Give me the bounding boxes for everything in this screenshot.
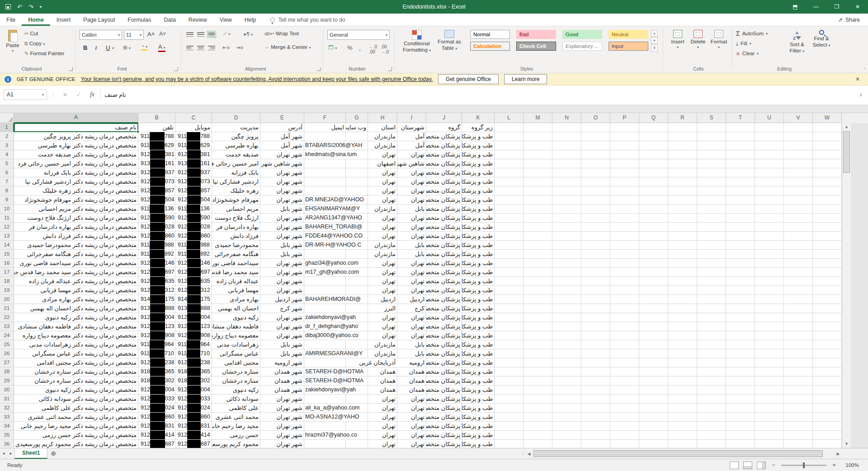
cell-P24[interactable] xyxy=(610,331,639,340)
cell-M22[interactable] xyxy=(524,313,552,322)
cell-S14[interactable] xyxy=(697,241,726,250)
cell-F8[interactable] xyxy=(304,186,346,195)
percent-style-icon[interactable]: % xyxy=(347,44,353,51)
cell-R35[interactable] xyxy=(668,431,697,440)
cell-F14[interactable]: DR-MR-H@YAHOO.C xyxy=(304,241,346,250)
cell-P27[interactable] xyxy=(610,358,639,367)
cell-B35[interactable]: 912414 xyxy=(138,431,175,440)
cell-Q25[interactable] xyxy=(639,340,668,349)
cell-M25[interactable] xyxy=(524,340,552,349)
cell-Q16[interactable] xyxy=(639,259,668,268)
cell-H15[interactable]: مازندران xyxy=(368,250,397,259)
cell-K28[interactable]: طب و پزشکان xyxy=(462,367,495,376)
cell-H2[interactable]: مازندران xyxy=(368,132,397,141)
cell-N17[interactable] xyxy=(552,268,581,277)
cell-I16[interactable]: تهران xyxy=(397,259,426,268)
cell-W21[interactable] xyxy=(813,304,842,313)
cell-R32[interactable] xyxy=(668,404,697,413)
cell-S15[interactable] xyxy=(697,250,726,259)
cell-Q4[interactable] xyxy=(639,150,668,159)
cell-P12[interactable] xyxy=(610,223,639,232)
cell-R25[interactable] xyxy=(668,340,697,349)
row-header-7[interactable]: 7 xyxy=(0,177,14,186)
column-header-J[interactable]: J xyxy=(426,113,462,123)
cell-E31[interactable]: شهر تهران xyxy=(260,395,304,404)
cell-E20[interactable]: شهر اردبیل xyxy=(260,295,304,304)
cell-C26[interactable]: 911710 xyxy=(175,349,212,358)
cell-U11[interactable] xyxy=(755,214,784,223)
cell-U33[interactable] xyxy=(755,413,784,422)
cell-B20[interactable]: 914175 xyxy=(138,295,175,304)
cell-P28[interactable] xyxy=(610,367,639,376)
cell-N19[interactable] xyxy=(552,286,581,295)
cell-E18[interactable]: شهر تهران xyxy=(260,277,304,286)
cell-K21[interactable]: طب و پزشکان xyxy=(462,304,495,313)
underline-button[interactable]: U xyxy=(103,43,113,52)
cell-P23[interactable] xyxy=(610,322,639,331)
scroll-right-icon[interactable]: ▶ xyxy=(835,452,842,456)
cell-H31[interactable]: تهران xyxy=(368,395,397,404)
cell-M36[interactable] xyxy=(524,440,552,448)
cell-H30[interactable]: همدان xyxy=(368,385,397,395)
cell-J26[interactable]: پزشکان متخصص بابل xyxy=(426,349,462,358)
cell-U32[interactable] xyxy=(755,404,784,413)
cell-C8[interactable]: 912857 xyxy=(175,186,212,195)
cell-F5[interactable] xyxy=(304,159,346,168)
cell-C3[interactable]: 911629 xyxy=(175,141,212,150)
cell-W9[interactable] xyxy=(813,195,842,205)
sheet-nav-left-icon[interactable]: ◂ xyxy=(0,448,7,459)
cell-W3[interactable] xyxy=(813,141,842,150)
cell-V19[interactable] xyxy=(784,286,813,295)
cell-T33[interactable] xyxy=(726,413,755,422)
cell-M27[interactable] xyxy=(524,358,552,367)
cell-B36[interactable]: 912687 xyxy=(138,440,175,448)
cell-I4[interactable]: تهران xyxy=(397,150,426,159)
cell-M19[interactable] xyxy=(524,286,552,295)
get-genuine-office-button[interactable]: Get genuine Office xyxy=(438,74,499,84)
cell-R19[interactable] xyxy=(668,286,697,295)
cell-I1[interactable]: شهرستان xyxy=(397,123,426,132)
cell-N36[interactable] xyxy=(552,440,581,448)
cell-G36[interactable] xyxy=(346,440,368,448)
cell-J35[interactable]: پزشکان متخصص تهران xyxy=(426,431,462,440)
cell-C7[interactable]: 912073 xyxy=(175,177,212,186)
cell-L9[interactable] xyxy=(495,195,524,205)
cell-W32[interactable] xyxy=(813,404,842,413)
cell-W8[interactable] xyxy=(813,186,842,195)
row-header-35[interactable]: 35 xyxy=(0,431,14,440)
cell-N11[interactable] xyxy=(552,214,581,223)
cell-B25[interactable]: 911964 xyxy=(138,340,175,349)
cell-P21[interactable] xyxy=(610,304,639,313)
cell-E2[interactable]: شهر آمل xyxy=(260,132,304,141)
cell-D34[interactable]: مجید رضا رحیم خانی xyxy=(212,422,260,431)
cell-I35[interactable]: تهران xyxy=(397,431,426,440)
cell-Q36[interactable] xyxy=(639,440,668,448)
cell-L18[interactable] xyxy=(495,277,524,286)
cell-A16[interactable]: متخصص درمان ریشه دکتر سیداحمد قاضی نوری xyxy=(14,259,138,268)
cell-O33[interactable] xyxy=(581,413,610,422)
cell-B18[interactable]: 912635 xyxy=(138,277,175,286)
cell-G5[interactable] xyxy=(346,159,368,168)
cell-T15[interactable] xyxy=(726,250,755,259)
align-middle-icon[interactable] xyxy=(196,31,205,38)
cell-B5[interactable]: 913161 xyxy=(138,159,175,168)
cell-D9[interactable]: مهرفام خوشخونژاد xyxy=(212,195,260,205)
cell-C28[interactable]: 918365 xyxy=(175,367,212,376)
cell-C4[interactable]: 912381 xyxy=(175,150,212,159)
cell-U36[interactable] xyxy=(755,440,784,448)
save-icon[interactable] xyxy=(5,4,11,10)
cell-V14[interactable] xyxy=(784,241,813,250)
cell-O32[interactable] xyxy=(581,404,610,413)
wrap-text-button[interactable]: ab↩ Wrap Text xyxy=(264,31,299,37)
cell-K23[interactable]: طب و پزشکان xyxy=(462,322,495,331)
cell-L10[interactable] xyxy=(495,205,524,214)
learn-more-button[interactable]: Learn more xyxy=(504,74,547,84)
cell-C24[interactable]: 912908 xyxy=(175,331,212,340)
cell-M10[interactable] xyxy=(524,205,552,214)
name-box[interactable]: A1 ▾ xyxy=(4,89,47,100)
cell-E27[interactable]: شهر ارومیه xyxy=(260,358,304,367)
cell-P2[interactable] xyxy=(610,132,639,141)
cell-P35[interactable] xyxy=(610,431,639,440)
cell-R14[interactable] xyxy=(668,241,697,250)
cell-K22[interactable]: طب و پزشکان xyxy=(462,313,495,322)
